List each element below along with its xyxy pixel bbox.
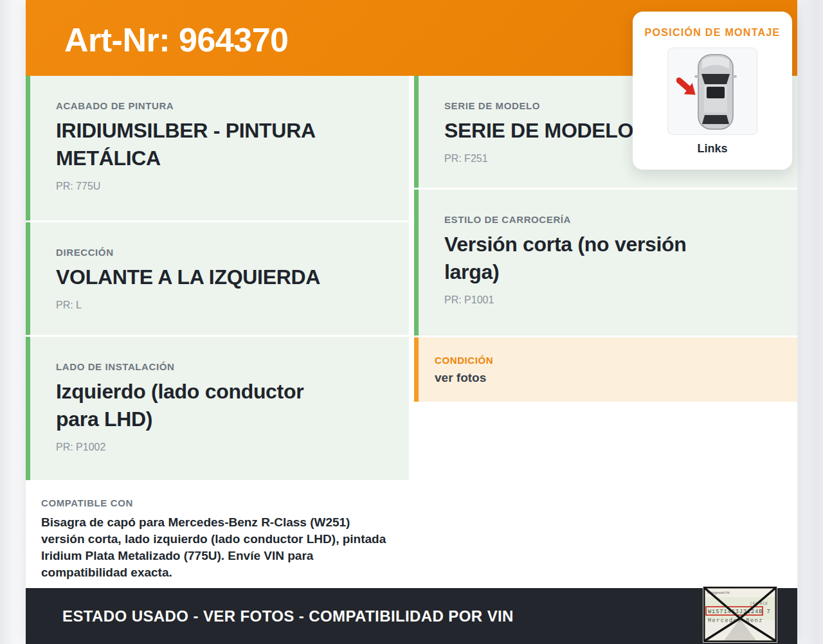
spec-pr-code: PR: P1002 — [56, 442, 392, 453]
position-arrow-icon — [679, 80, 696, 94]
car-top-view-icon — [676, 52, 748, 130]
footer-text: ESTADO USADO - VER FOTOS - COMPATIBILIDA… — [62, 607, 514, 625]
spec-value: IRIDIUMSILBER - PINTURA METÁLICA — [56, 117, 358, 172]
spec-pr-code: PR: 775U — [56, 181, 392, 192]
mounting-position-value: Links — [633, 142, 792, 156]
spec-label: ACABADO DE PINTURA — [56, 100, 392, 111]
spec-card-paint-finish: ACABADO DE PINTURA IRIDIUMSILBER - PINTU… — [26, 76, 409, 220]
spec-value: VOLANTE A LA IZQUIERDA — [56, 264, 358, 291]
listing-page: Art-Nr: 964370 ACABADO DE PINTURA IRIDIU… — [26, 0, 797, 644]
spec-card-installation-side: LADO DE INSTALACIÓN Izquierdo (lado cond… — [26, 337, 409, 480]
spec-card-body-style: ESTILO DE CARROCERÍA Versión corta (no v… — [414, 190, 797, 335]
spec-value: ver fotos — [435, 370, 782, 385]
spec-pr-code: PR: L — [56, 300, 392, 311]
vin-document-envelope-image: Fahrgestell-Nr. |4| Ald W1571463J3124B 7… — [703, 586, 777, 643]
spec-label: LADO DE INSTALACIÓN — [56, 361, 392, 372]
spec-value: Izquierdo (lado conductor para LHD) — [56, 378, 326, 433]
compatibility-section: COMPATIBLE CON Bisagra de capó para Merc… — [26, 482, 409, 581]
vin-envelope-icon: Fahrgestell-Nr. |4| Ald W1571463J3124B 7… — [703, 587, 777, 642]
mounting-position-title: POSICIÓN DE MONTAJE — [633, 27, 792, 39]
compatibility-text: Bisagra de capó para Mercedes-Benz R-Cla… — [41, 514, 390, 581]
spec-card-steering: DIRECCIÓN VOLANTE A LA IZQUIERDA PR: L — [26, 222, 409, 335]
spec-label: CONDICIÓN — [435, 355, 782, 366]
compatibility-label: COMPATIBLE CON — [41, 497, 390, 508]
vin-number: W1571463J3124B 7 — [708, 609, 771, 615]
spec-card-condition: CONDICIÓN ver fotos — [414, 337, 797, 402]
spec-pr-code: PR: P1001 — [444, 294, 781, 306]
spec-value: Versión corta (no versión larga) — [444, 231, 721, 286]
spec-label: DIRECCIÓN — [56, 247, 392, 258]
mounting-position-image-frame — [667, 48, 757, 135]
footer-bar: ESTADO USADO - VER FOTOS - COMPATIBILIDA… — [26, 588, 797, 644]
mounting-position-card: POSICIÓN DE MONTAJE — [633, 12, 792, 170]
spec-label: ESTILO DE CARROCERÍA — [444, 214, 781, 225]
spec-column-left: ACABADO DE PINTURA IRIDIUMSILBER - PINTU… — [26, 76, 409, 588]
